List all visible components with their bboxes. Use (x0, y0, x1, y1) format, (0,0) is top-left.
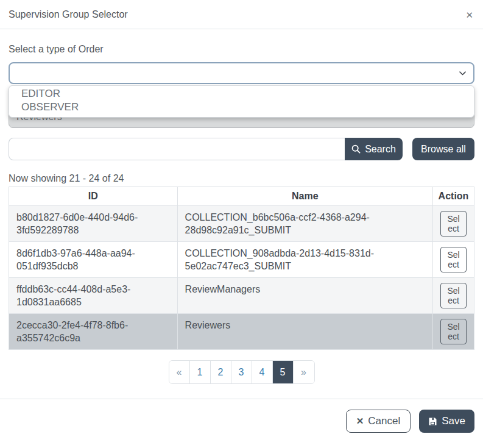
column-header-action: Action (432, 187, 474, 206)
pagination-prev[interactable]: « (169, 361, 190, 383)
supervision-group-selector-modal: Supervision Group Selector ✕ Select a ty… (0, 0, 483, 448)
save-icon (428, 417, 437, 426)
table-row: b80d1827-6d0e-440d-94d6-3fd592289788 COL… (9, 206, 474, 242)
column-header-id: ID (9, 187, 178, 206)
search-icon (351, 144, 361, 154)
table-row: 8d6f1db3-97a6-448a-aa94-051df935dcb8 COL… (9, 242, 474, 278)
browse-all-button[interactable]: Browse all (412, 138, 474, 160)
table-row: ffddb63c-cc44-408d-a5e3-1d0831aa6685 Rev… (9, 278, 474, 314)
modal-body: Select a type of Order EDITOR OBSERVER R… (0, 29, 483, 389)
select-row-button[interactable]: Select (440, 319, 467, 344)
cancel-x-icon: ✕ (356, 416, 364, 427)
select-row-button[interactable]: Select (440, 247, 467, 272)
order-type-select[interactable] (9, 62, 474, 84)
pagination-next[interactable]: » (294, 361, 314, 383)
pagination-page-4[interactable]: 4 (252, 361, 273, 383)
table-header-row: ID Name Action (9, 187, 474, 206)
order-type-dropdown: EDITOR OBSERVER (9, 85, 474, 118)
results-table: ID Name Action b80d1827-6d0e-440d-94d6-3… (9, 187, 474, 350)
row-name: Reviewers (177, 314, 432, 350)
row-id: 8d6f1db3-97a6-448a-aa94-051df935dcb8 (9, 242, 178, 278)
search-row: Search Browse all (9, 138, 474, 160)
save-button[interactable]: Save (419, 410, 474, 433)
row-name: COLLECTION_908adbda-2d13-4d15-831d-5e02a… (177, 242, 432, 278)
search-button-label: Search (365, 144, 396, 155)
select-row-button[interactable]: Select (440, 283, 467, 308)
search-input[interactable] (9, 138, 345, 160)
results-summary: Now showing 21 - 24 of 24 (9, 173, 474, 184)
table-row-selected: 2cecca30-2fe4-4f78-8fb6-a355742c6c9a Rev… (9, 314, 474, 350)
select-row-button[interactable]: Select (440, 211, 467, 236)
row-id: 2cecca30-2fe4-4f78-8fb6-a355742c6c9a (9, 314, 178, 350)
row-name: ReviewManagers (177, 278, 432, 314)
modal-header: Supervision Group Selector ✕ (0, 0, 483, 29)
search-button[interactable]: Search (345, 138, 403, 160)
option-editor[interactable]: EDITOR (9, 87, 474, 101)
pagination-wrap: « 1 2 3 4 5 » (9, 360, 474, 384)
save-button-label: Save (442, 415, 465, 427)
chevron-down-icon (459, 71, 466, 76)
order-type-label: Select a type of Order (9, 44, 474, 55)
browse-all-label: Browse all (421, 144, 466, 155)
pagination-page-2[interactable]: 2 (211, 361, 231, 383)
pagination-page-3[interactable]: 3 (231, 361, 252, 383)
column-header-name: Name (177, 187, 432, 206)
pagination: « 1 2 3 4 5 » (169, 360, 315, 384)
cancel-button-label: Cancel (368, 415, 400, 427)
modal-footer: ✕ Cancel Save (0, 399, 483, 448)
row-id: b80d1827-6d0e-440d-94d6-3fd592289788 (9, 206, 178, 242)
cancel-button[interactable]: ✕ Cancel (346, 410, 411, 433)
modal-title: Supervision Group Selector (9, 9, 128, 20)
pagination-page-1[interactable]: 1 (190, 361, 211, 383)
order-type-select-wrap: EDITOR OBSERVER Reviewers (9, 62, 474, 128)
row-id: ffddb63c-cc44-408d-a5e3-1d0831aa6685 (9, 278, 178, 314)
pagination-page-5-active[interactable]: 5 (273, 361, 294, 383)
row-name: COLLECTION_b6bc506a-ccf2-4368-a294-28d98… (177, 206, 432, 242)
option-observer[interactable]: OBSERVER (9, 101, 474, 114)
close-icon[interactable]: ✕ (465, 10, 473, 20)
